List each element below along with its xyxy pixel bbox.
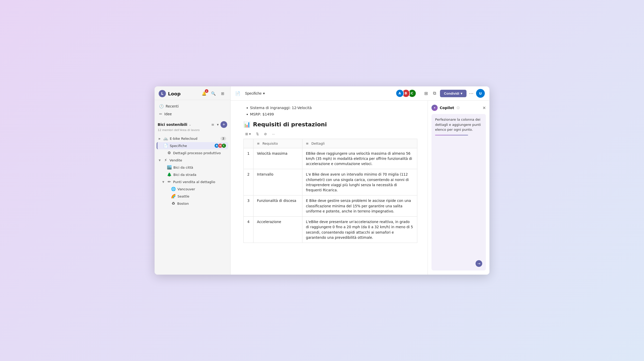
- workspace-chevron-icon[interactable]: ⌄: [189, 123, 191, 126]
- sidebar-item-label: Seattle: [177, 194, 226, 198]
- detail-cell[interactable]: L'e Bike deve avere un intervallo minimo…: [302, 169, 417, 195]
- sidebar-item-bici-strada[interactable]: 🌲 Bici da strada: [157, 171, 228, 178]
- apps-icon-button[interactable]: ⊞: [423, 89, 429, 97]
- bike-icon: 🚲: [163, 136, 168, 141]
- share-button[interactable]: Condividi ▾: [440, 90, 467, 97]
- ellipsis-icon: ···: [272, 132, 275, 136]
- workspace-title-row: Bici sostenibili ⌄ ≡ ▾ +: [158, 121, 227, 128]
- sidebar-item-label: Dettagli processo produttivo: [173, 151, 226, 155]
- rainbow-icon: 🌈: [171, 194, 176, 199]
- row-num: 1: [244, 148, 253, 169]
- req-cell[interactable]: Velocità massima: [253, 148, 302, 169]
- copilot-logo-icon: ✦: [431, 105, 438, 111]
- sort-icon[interactable]: ≡: [210, 122, 215, 127]
- text-col-icon: ≡: [257, 142, 260, 145]
- sidebar-item-vancouver[interactable]: 🌐 Vancouver: [157, 185, 228, 193]
- filter-button[interactable]: ⊘: [262, 131, 269, 137]
- notifications-button[interactable]: 🔔 8: [200, 90, 208, 97]
- sidebar-item-label: Specifiche: [170, 144, 214, 148]
- page-title: Specifiche: [245, 91, 262, 95]
- sidebar-item-seattle[interactable]: 🌈 Seattle: [157, 193, 228, 200]
- sidebar-item-label: Punti vendita al dettaglio: [173, 180, 226, 184]
- sidebar-item-ebike[interactable]: ▶ 🚲 E-bike Relecloud 2: [157, 135, 228, 142]
- copilot-header: ✦ Copilot ⓘ ✕: [431, 105, 486, 111]
- add-workspace-button[interactable]: +: [221, 121, 227, 128]
- avatar-3: C: [222, 143, 226, 148]
- copilot-title: Copilot: [440, 106, 454, 110]
- workspace-section: Bici sostenibili ⌄ ≡ ▾ + 12 membri dell'…: [155, 119, 230, 135]
- table-header-num: [244, 139, 253, 148]
- globe-icon: 🌐: [171, 187, 176, 191]
- app-title: Loop: [168, 91, 181, 96]
- row-num: 3: [244, 195, 253, 217]
- more-table-button[interactable]: ···: [270, 131, 277, 137]
- table-header-requisito: ≡ Requisito: [253, 139, 302, 148]
- table-header-dettagli: ≡ Dettagli: [302, 139, 417, 148]
- req-cell[interactable]: Intervallo: [253, 169, 302, 195]
- view-chevron-icon: ▾: [249, 132, 251, 136]
- filter-icon: ⊘: [264, 132, 267, 136]
- sidebar-item-label: Vancouver: [177, 187, 226, 191]
- copilot-info-icon[interactable]: ⓘ: [457, 106, 460, 110]
- sort-chevron-icon[interactable]: ▾: [216, 122, 219, 127]
- copilot-close-button[interactable]: ✕: [482, 105, 486, 110]
- requirements-table: ≡ Requisito ≡ Dettagli 1 Veloci: [243, 139, 417, 243]
- detail-cell[interactable]: EBike deve raggiungere una velocità mass…: [302, 148, 417, 169]
- workspace-members-count: 12 membri dell'Area di lavoro: [158, 128, 227, 132]
- nav-label-idee: Idee: [164, 112, 172, 116]
- main-area: 📄 Specifiche ▾ A B C ⊞ ⧉ Condividi ▾ ···…: [231, 86, 489, 275]
- sidebar-item-specifiche[interactable]: 📄 Specifiche A B C: [157, 142, 228, 149]
- chevron-down-icon: ▼: [159, 159, 162, 162]
- req-cell[interactable]: Accelerazione: [253, 217, 302, 243]
- sidebar-item-label: Bici da città: [173, 166, 226, 169]
- chart-icon: 📊: [243, 121, 250, 128]
- sidebar-item-label: E-bike Relecloud: [170, 137, 219, 141]
- view-button[interactable]: ⊞ ▾: [243, 131, 253, 137]
- table-row: 3 Funzionalità di discesa E Bike deve ge…: [244, 195, 417, 217]
- page-icon: 📄: [235, 91, 240, 96]
- doc-area: Sistema di ingranaggi: 12-Velocità MSRP:…: [231, 101, 428, 275]
- search-button[interactable]: 🔍: [210, 90, 217, 97]
- row-num: 2: [244, 169, 253, 195]
- user-avatar[interactable]: U: [476, 89, 485, 98]
- pencil-icon: ✏️: [159, 112, 162, 116]
- tree-icon: 🌲: [167, 172, 172, 177]
- nav-item-idee[interactable]: ✏️ Idee: [157, 110, 228, 118]
- content-body: Sistema di ingranaggi: 12-Velocità MSRP:…: [231, 101, 489, 275]
- workspace-title: Bici sostenibili: [158, 122, 187, 127]
- topbar: 📄 Specifiche ▾ A B C ⊞ ⧉ Condividi ▾ ···…: [231, 86, 489, 101]
- layout-button[interactable]: ⊞: [219, 90, 226, 97]
- gear-icon: ⚙️: [167, 151, 172, 155]
- grid-icon: ⊞: [245, 132, 248, 136]
- item-avatars: A B C: [215, 143, 226, 148]
- sidebar: L Loop 🔔 8 🔍 ⊞ 🕐 Recenti ✏️ Idee: [155, 86, 231, 275]
- sidebar-item-label: Bici da strada: [173, 173, 226, 177]
- lightning-icon: ⚡: [163, 158, 168, 162]
- more-options-icon[interactable]: ···: [469, 91, 473, 96]
- list-item: Sistema di ingranaggi: 12-Velocità: [246, 106, 417, 111]
- loop-logo-icon: L: [159, 90, 166, 97]
- sidebar-badge: 2: [221, 137, 226, 141]
- list-item: MSRP: $1499: [246, 112, 417, 118]
- sidebar-item-bici-citta[interactable]: 🏙️ Bici da città: [157, 164, 228, 171]
- notification-badge: 8: [205, 89, 208, 93]
- collab-avatar-1[interactable]: A: [396, 89, 404, 97]
- sort-icon: ⇅: [256, 132, 259, 136]
- copilot-submit-button[interactable]: →: [476, 260, 482, 267]
- sidebar-nav: 🕐 Recenti ✏️ Idee: [155, 100, 230, 119]
- detail-cell[interactable]: L'eBike deve presentare un'accelerazione…: [302, 217, 417, 243]
- page-title-button[interactable]: Specifiche ▾: [243, 90, 267, 96]
- req-cell[interactable]: Funzionalità di discesa: [253, 195, 302, 217]
- detail-cell[interactable]: E Bike deve gestire senza problemi le as…: [302, 195, 417, 217]
- sort-button[interactable]: ⇅: [254, 131, 261, 137]
- copy-icon-button[interactable]: ⧉: [432, 89, 437, 97]
- sidebar-item-boston[interactable]: ♻️ Boston: [157, 200, 228, 207]
- nav-item-recenti[interactable]: 🕐 Recenti: [157, 103, 228, 110]
- sidebar-item-dettagli[interactable]: ⚙️ Dettagli processo produttivo: [157, 149, 228, 157]
- recycle-icon: ♻️: [171, 201, 176, 206]
- sidebar-item-punti-vendita[interactable]: ▼ ✏️ Punti vendita al dettaglio: [157, 178, 228, 185]
- table-row: 4 Accelerazione L'eBike deve presentare …: [244, 217, 417, 243]
- table-row: 2 Intervallo L'e Bike deve avere un inte…: [244, 169, 417, 195]
- chevron-down-icon: ▼: [162, 180, 165, 183]
- sidebar-item-vendite[interactable]: ▼ ⚡ Vendite: [157, 157, 228, 164]
